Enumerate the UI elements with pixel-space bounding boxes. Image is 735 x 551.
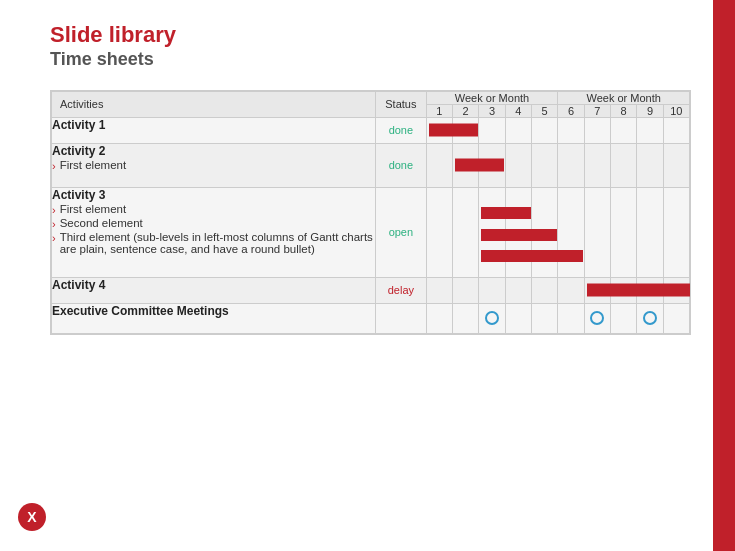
gantt-cell [453,187,479,277]
col-num-8: 8 [610,104,636,117]
executive-status [376,303,427,333]
gantt-bar-a3-3 [481,250,582,262]
gantt-cell [479,277,505,303]
gantt-bar-a4 [587,284,690,297]
gantt-cell [453,277,479,303]
gantt-cell [426,187,452,277]
gantt-cell [663,143,689,187]
col-num-3: 3 [479,104,505,117]
gantt-table: Activities Status Week or Month Week or … [51,91,690,334]
page-header: Slide library Time sheets [0,0,735,82]
activity3-label: Activity 3 › First element › Second elem… [52,187,376,277]
gantt-cell [610,303,636,333]
gantt-cell [479,187,505,277]
gantt-cell [479,117,505,143]
gantt-cell [584,303,610,333]
gantt-table-container: Activities Status Week or Month Week or … [50,90,691,335]
col-num-2: 2 [453,104,479,117]
activity3-status: open [376,187,427,277]
gantt-bar-a1 [429,124,478,137]
period2-header: Week or Month [558,91,690,104]
right-accent-bar [713,0,735,551]
activity2-status: done [376,143,427,187]
xerox-logo: X [18,503,46,531]
gantt-cell [505,303,531,333]
gantt-cell [426,143,452,187]
page-title: Slide library [50,22,685,48]
gantt-cell [610,187,636,277]
gantt-cell [637,303,663,333]
col-status-header: Status [376,91,427,117]
gantt-cell [637,117,663,143]
activity2-label: Activity 2 › First element [52,143,376,187]
col-num-5: 5 [532,104,558,117]
activity4-status: delay [376,277,427,303]
gantt-cell [426,117,452,143]
milestone-circle [485,311,499,325]
table-row: Executive Committee Meetings [52,303,690,333]
gantt-cell [532,277,558,303]
gantt-cell [584,187,610,277]
gantt-cell [558,277,584,303]
gantt-cell [584,143,610,187]
period1-header: Week or Month [426,91,558,104]
gantt-cell [558,117,584,143]
bullet-icon: › [52,218,56,230]
col-num-6: 6 [558,104,584,117]
gantt-cell [663,187,689,277]
activity4-label: Activity 4 [52,277,376,303]
gantt-cell [558,303,584,333]
bullet-icon: › [52,160,56,172]
gantt-cell [558,143,584,187]
gantt-bar-a3-1 [481,207,530,219]
gantt-cell [453,143,479,187]
gantt-cell [532,117,558,143]
col-num-9: 9 [637,104,663,117]
gantt-cell [426,303,452,333]
gantt-cell [663,303,689,333]
milestone-circle [643,311,657,325]
gantt-cell [584,277,610,303]
activity1-label: Activity 1 [52,117,376,143]
milestone-circle [590,311,604,325]
gantt-cell [532,143,558,187]
gantt-cell [558,187,584,277]
executive-label: Executive Committee Meetings [52,303,376,333]
page-subtitle: Time sheets [50,48,685,71]
col-activities-header: Activities [52,91,376,117]
xerox-logo-text: X [27,509,36,525]
col-num-4: 4 [505,104,531,117]
table-row: Activity 3 › First element › Second elem… [52,187,690,277]
gantt-bar-a2 [455,159,504,172]
gantt-cell [637,143,663,187]
gantt-bar-a3-2 [481,229,556,241]
gantt-cell [505,277,531,303]
header-row-1: Activities Status Week or Month Week or … [52,91,690,104]
gantt-cell [584,117,610,143]
col-num-10: 10 [663,104,689,117]
gantt-cell [505,143,531,187]
table-row: Activity 1 done [52,117,690,143]
gantt-cell [453,303,479,333]
gantt-cell [610,143,636,187]
col-num-7: 7 [584,104,610,117]
table-row: Activity 4 delay [52,277,690,303]
gantt-cell [663,117,689,143]
gantt-cell [532,303,558,333]
bullet-icon: › [52,204,56,216]
gantt-cell [610,117,636,143]
gantt-cell [505,117,531,143]
activity1-status: done [376,117,427,143]
gantt-cell [426,277,452,303]
bullet-icon: › [52,232,56,244]
gantt-cell [637,187,663,277]
table-row: Activity 2 › First element done [52,143,690,187]
gantt-cell [479,303,505,333]
col-num-1: 1 [426,104,452,117]
